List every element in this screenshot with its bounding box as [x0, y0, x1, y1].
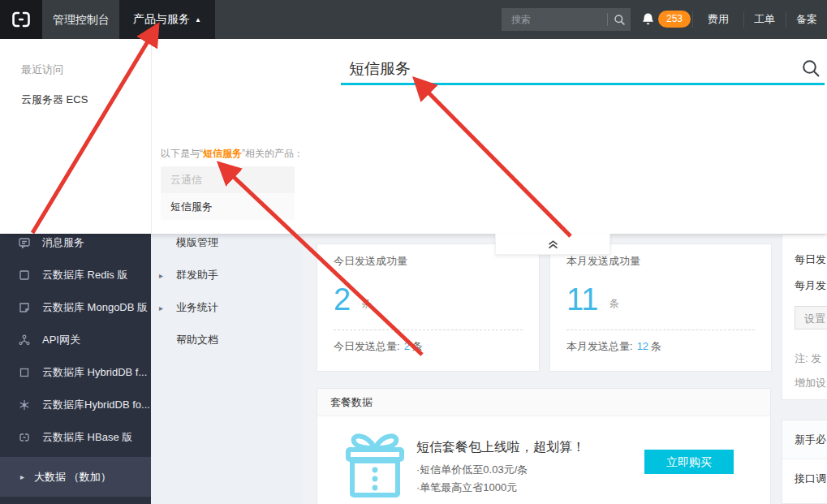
chevron-right-icon: ▸ — [20, 472, 24, 481]
sidebar-item-api-gateway[interactable]: API网关 — [0, 334, 151, 347]
stat-title: 今日发送成功量 — [334, 254, 407, 269]
submenu-item-business-stats[interactable]: ▸ 业务统计 — [151, 301, 303, 314]
product-search-icon[interactable] — [801, 58, 821, 82]
related-products-hint: 以下是与“短信服务”相关的产品： — [161, 147, 304, 161]
recent-item-ecs[interactable]: 云服务器 ECS — [21, 93, 88, 107]
stat-total-line: 本月发送总量:12条 — [566, 339, 661, 354]
navbar-divider — [692, 11, 693, 28]
dropdown-collapse-button[interactable] — [495, 234, 610, 255]
aliyun-logo[interactable] — [0, 0, 42, 39]
api-call-link[interactable]: 接口调 — [795, 472, 826, 486]
db-mongodb-icon — [18, 301, 31, 314]
sidebar-item-redis[interactable]: 云数据库 Redis 版 — [0, 269, 151, 282]
related-products-list: 云通信 短信服务 — [161, 166, 295, 220]
stat-total-line: 今日发送总量:2条 — [334, 339, 423, 354]
note-text: 增加设 — [795, 376, 826, 390]
navbar-divider — [743, 11, 744, 28]
submenu-item-template-mgmt[interactable]: 模版管理 — [151, 236, 303, 249]
navbar-search-input[interactable] — [502, 14, 607, 25]
product-sidebar: 消息服务 云数据库 Redis 版 云数据库 MongoDB 版 API网关 云… — [0, 234, 151, 504]
result-item-yuntongxin: 云通信 — [161, 166, 295, 193]
tab-products-services[interactable]: 产品与服务 ▲ — [119, 0, 215, 39]
product-search-field — [341, 57, 825, 85]
sidebar-item-mongodb[interactable]: 云数据库 MongoDB 版 — [0, 301, 151, 314]
aliyun-console-page: 管理控制台 产品与服务 ▲ 253 费用 工单 备案 最近访问 云服务器 ECS — [0, 0, 827, 504]
console-home-link[interactable]: 管理控制台 — [50, 0, 112, 39]
products-dropdown-panel: 最近访问 云服务器 ECS 以下是与“短信服务”相关的产品： 云通信 短信服务 — [0, 39, 827, 234]
stat-title: 本月发送成功量 — [566, 254, 640, 269]
stat-value-row: 2 条 — [334, 283, 371, 316]
search-keyword-highlight: 短信服务 — [203, 148, 242, 159]
package-card-header: 套餐数据 — [317, 389, 770, 416]
chevron-right-icon: ▸ — [159, 304, 174, 312]
chevron-right-icon: ▸ — [159, 271, 174, 280]
beginner-guide-card: 新手必 接口调 — [782, 420, 827, 504]
settings-button[interactable]: 设置 — [795, 306, 827, 330]
product-search-input[interactable] — [347, 57, 789, 81]
gift-icon — [343, 431, 407, 498]
nav-link-billing[interactable]: 费用 — [696, 0, 740, 39]
stat-card-month: 本月发送成功量 11 条 本月发送总量:12条 — [549, 243, 772, 372]
package-data-card: 套餐数据 短信套餐包上线啦，超划算！ ·短信单价低至0.03元/条 ·单笔最高立… — [317, 388, 771, 504]
package-bullet: ·短信单价低至0.03元/条 — [416, 463, 528, 477]
top-navbar: 管理控制台 产品与服务 ▲ 253 费用 工单 备案 — [0, 0, 827, 39]
db-hbase-icon — [18, 431, 31, 444]
products-tab-label: 产品与服务 — [133, 12, 190, 27]
beginner-guide-header: 新手必 — [782, 420, 827, 459]
db-redis-icon — [18, 269, 31, 282]
snowflake-icon — [18, 398, 31, 411]
sidebar-item-hybriddb-2[interactable]: 云数据库HybridDB fo... — [0, 398, 151, 411]
daily-send-label: 每日发 — [795, 252, 826, 267]
monthly-send-label: 每月发 — [795, 278, 826, 293]
package-bullet: ·单笔最高立省1000元 — [416, 480, 517, 495]
buy-now-button[interactable]: 立即购买 — [644, 450, 734, 474]
stat-value: 2 — [334, 283, 351, 316]
sms-submenu-sidebar: 模版管理 ▸ 群发助手 ▸ 业务统计 帮助文档 — [151, 234, 303, 504]
submenu-item-batch-send[interactable]: ▸ 群发助手 — [151, 269, 303, 282]
api-gateway-icon — [18, 334, 31, 347]
sidebar-item-message-service[interactable]: 消息服务 — [0, 236, 151, 249]
sidebar-item-hbase[interactable]: 云数据库 HBase 版 — [0, 431, 151, 444]
notification-bell-icon[interactable] — [641, 12, 655, 29]
dashed-divider — [334, 330, 523, 330]
message-icon — [18, 236, 31, 249]
aliyun-brackets-icon — [11, 9, 32, 30]
stat-value-row: 11 条 — [566, 283, 618, 316]
stat-card-today: 今日发送成功量 2 条 今日发送总量:2条 — [317, 243, 540, 372]
caret-up-icon: ▲ — [195, 16, 201, 24]
navbar-search-icon[interactable] — [608, 14, 631, 26]
db-hybriddb-icon — [18, 366, 31, 379]
navbar-divider — [786, 11, 786, 28]
dashed-divider — [566, 330, 755, 330]
stat-unit: 条 — [609, 297, 618, 316]
result-item-sms[interactable]: 短信服务 — [161, 193, 295, 220]
sidebar-group-bigdata[interactable]: ▸ 大数据 （数加） — [0, 457, 151, 497]
notification-count-badge[interactable]: 253 — [658, 11, 691, 28]
navbar-search-box — [502, 8, 631, 31]
stat-unit: 条 — [361, 297, 371, 316]
nav-link-ticket[interactable]: 工单 — [747, 0, 782, 39]
recent-access-column: 最近访问 云服务器 ECS — [0, 39, 152, 234]
nav-link-beian[interactable]: 备案 — [789, 0, 825, 39]
submenu-item-help-docs[interactable]: 帮助文档 — [151, 334, 303, 347]
sidebar-item-hybriddb-1[interactable]: 云数据库 HybridDB f... — [0, 366, 151, 379]
stat-value: 11 — [566, 283, 598, 316]
package-promo-title: 短信套餐包上线啦，超划算！ — [416, 439, 585, 456]
note-text: 注: 发 — [795, 351, 821, 366]
double-chevron-up-icon — [547, 239, 559, 249]
send-limit-card: 每日发 每月发 设置 注: 发 增加设 — [782, 234, 827, 400]
recent-access-label: 最近访问 — [21, 62, 63, 77]
